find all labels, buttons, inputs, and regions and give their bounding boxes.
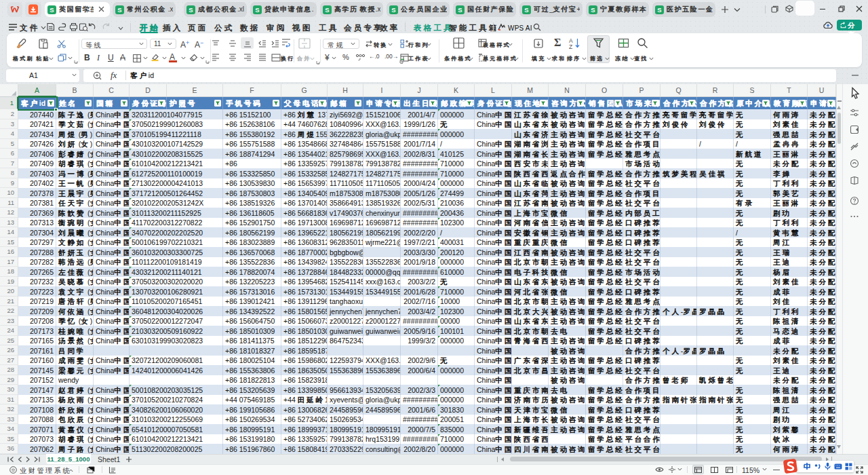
svg-text:Z: Z: [569, 43, 572, 50]
